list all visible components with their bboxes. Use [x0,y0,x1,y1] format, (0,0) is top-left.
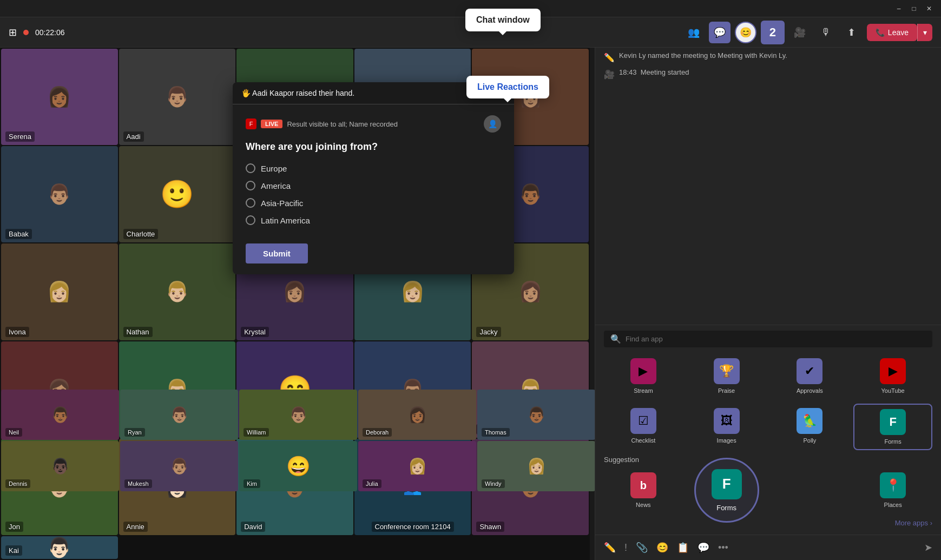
participant-name-serena: Serena [5,131,35,142]
stream-icon: ▶ [630,358,656,384]
chat-messages: ✏️ Kevin Ly named the meeting to Meeting… [595,45,941,325]
poll-question: Where are you joining from? [246,141,501,153]
poll-result-text: Result visible to all; Name recorded [287,120,397,128]
suggestion-grid: b News F Forms 📍 Places [604,468,932,512]
send-button[interactable]: ➤ [922,539,935,556]
app-search-input[interactable] [626,335,926,343]
chat-window-callout: Chat window [465,9,541,31]
news-label: News [636,502,651,508]
meeting-started-text: Meeting started [641,68,689,76]
approvals-icon: ✔ [797,358,822,384]
tile-deborah: 👩🏾 Deborah [358,390,476,440]
app-youtube[interactable]: ▶ YouTube [853,354,932,398]
leave-button[interactable]: 📞 Leave [867,24,917,41]
tile-ryan: 👨🏽 Ryan [120,390,238,440]
grid-view-icon[interactable]: ⊞ [9,27,17,38]
participant-name-william: William [244,428,269,437]
live-reactions-callout: Live Reactions [466,76,549,98]
tile-william: 👨🏽 William [239,390,357,440]
rename-text: Kevin Ly named the meeting to Meeting wi… [619,51,787,60]
giphy-button[interactable]: 📋 [675,539,691,556]
toolbar-right: 👥 💬 😊 2 🎥 🎙 ⬆ 📞 Leave ▾ [683,21,932,44]
participant-name-dennis: Dennis [5,479,30,488]
live-badge: LIVE [261,120,282,128]
submit-button[interactable]: Submit [246,243,308,263]
share-button[interactable]: ⬆ [841,22,863,43]
minimize-button[interactable]: – [891,1,906,16]
forms-large-label: Forms [716,504,736,512]
participant-name-julia: Julia [363,479,381,488]
bottom-rows: 👨🏾 Neil 👨🏽 Ryan 👨🏽 William 👩🏾 Deborah 👨🏾… [0,388,590,490]
poll-header: F LIVE Result visible to all; Name recor… [246,115,501,133]
camera-button[interactable]: 🎥 [789,22,811,43]
leave-dropdown-button[interactable]: ▾ [917,24,932,41]
app-stream[interactable]: ▶ Stream [604,354,683,398]
app-search-bar[interactable]: 🔍 [604,331,932,347]
more-apps-link[interactable]: More apps › [604,517,932,529]
poll-option-europe[interactable]: Europe [246,163,501,173]
participant-name-ivona: Ivona [5,327,29,337]
tile-mukesh: 👨🏽 Mukesh [120,441,238,491]
images-icon: 🖼 [714,408,740,434]
app-places[interactable]: 📍 Places [853,468,932,512]
maximize-button[interactable]: □ [906,1,922,16]
reactions-button[interactable]: 😊 [735,22,756,43]
mic-button[interactable]: 🎙 [815,22,837,43]
radio-latin-america[interactable] [246,215,255,225]
notification-badge[interactable]: 2 [761,21,785,44]
polly-label: Polly [803,437,816,444]
tile-kai: 👨🏻 Kai [1,536,118,559]
app-images[interactable]: 🖼 Images [687,404,766,450]
format-button[interactable]: ✏️ [602,539,618,556]
radio-asia-pacific[interactable] [246,198,255,208]
toolbar-left: ⊞ 00:22:06 [9,27,683,38]
participant-name-neil: Neil [5,428,22,437]
chat-callout-text: Chat window [476,15,530,24]
hand-raised-text: 🖐 Aadi Kaapor raised their hand. [241,89,354,97]
chat-button[interactable]: 💬 [709,22,731,43]
poll-overlay: 🖐 Aadi Kaapor raised their hand. F LIVE … [233,82,514,274]
sticker-button[interactable]: 💬 [695,539,712,556]
radio-america[interactable] [246,181,255,190]
participant-name-nathan: Nathan [123,327,153,337]
participant-name-aadi: Aadi [123,131,144,142]
forms-large-highlight[interactable]: F Forms [694,458,759,523]
extra-rows [0,48,590,50]
option-asia-pacific-label: Asia-Pacific [261,199,303,208]
youtube-label: YouTube [881,387,905,394]
radio-europe[interactable] [246,163,255,173]
app-approvals[interactable]: ✔ Approvals [771,354,850,398]
app-checklist[interactable]: ☑ Checklist [604,404,683,450]
images-label: Images [717,437,736,444]
leave-phone-icon: 📞 [876,28,885,37]
news-icon: b [630,472,656,498]
participant-name-charlotte: Charlotte [123,229,159,239]
poll-avatar: 👤 [484,115,501,133]
app-praise[interactable]: 🏆 Praise [687,354,766,398]
tile-neil: 👨🏾 Neil [1,390,119,440]
priority-button[interactable]: ! [622,540,629,556]
praise-label: Praise [718,387,735,394]
right-panel: Meeting chat ✕ ✏️ Kevin Ly named the mee… [595,17,941,560]
participant-name-conference-room: Conference room 12104 [371,522,453,532]
system-rename-message: ✏️ Kevin Ly named the meeting to Meeting… [604,51,932,63]
app-forms[interactable]: F Forms [853,404,932,450]
close-button[interactable]: ✕ [922,1,937,16]
participant-name-kai: Kai [5,545,22,556]
participants-button[interactable]: 👥 [683,22,705,43]
emoji-button[interactable]: 😊 [654,539,670,556]
participant-name-thomas: Thomas [482,428,510,437]
tile-dennis: 👨🏿 Dennis [1,441,119,491]
participant-name-krystal: Krystal [241,327,269,337]
participant-name-david: David [241,522,265,532]
more-button[interactable]: ••• [716,540,731,556]
suggestion-header: Suggestion [604,456,932,464]
poll-option-asia-pacific[interactable]: Asia-Pacific [246,198,501,208]
attach-button[interactable]: 📎 [634,539,650,556]
tile-aadi: 👨🏽 Aadi [119,49,236,145]
poll-option-latin-america[interactable]: Latin America [246,215,501,225]
app-polly[interactable]: 🦜 Polly [771,404,850,450]
participant-name-annie: Annie [123,522,148,532]
app-news[interactable]: b News [604,468,683,512]
poll-option-america[interactable]: America [246,181,501,190]
